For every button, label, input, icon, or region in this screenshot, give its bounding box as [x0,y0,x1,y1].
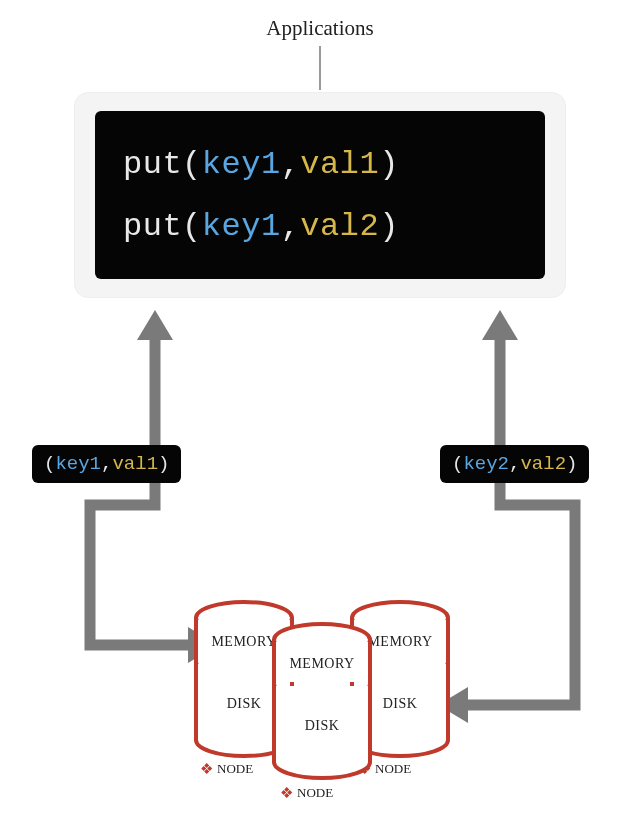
tuple-right: (key2,val2) [440,445,589,483]
memory-label: MEMORY [270,656,374,672]
svg-marker-0 [137,310,173,340]
code-line-1: put(key1,val1) [123,146,517,183]
diagram-title: Applications [266,16,373,41]
node-cluster: MEMORY DISK MEMORY DISK MEMORY DISK [192,600,452,810]
comma: , [101,453,112,475]
open-paren: ( [44,453,55,475]
key-token: key2 [463,453,509,475]
key-token: key1 [55,453,101,475]
node-text: NODE [297,785,333,801]
disk-label: DISK [270,718,374,734]
val-token: val2 [520,453,566,475]
code-panel: put(key1,val1) put(key1,val2) [95,111,545,279]
code-line-2: put(key1,val2) [123,208,517,245]
open-paren: ( [452,453,463,475]
comma: , [509,453,520,475]
val-token: val1 [112,453,158,475]
key-token: key1 [202,208,281,245]
node-text: NODE [217,761,253,777]
val-token: val1 [300,146,379,183]
close-paren: ) [158,453,169,475]
flame-icon: ❖ [200,762,213,777]
tuple-left: (key1,val1) [32,445,181,483]
node-label-2: ❖ NODE [280,785,333,801]
close-paren: ) [379,146,399,183]
svg-marker-2 [482,310,518,340]
key-token: key1 [202,146,281,183]
applications-box: put(key1,val1) put(key1,val2) [74,92,566,298]
fn-name: put [123,208,182,245]
fn-name: put [123,146,182,183]
node-cylinder-2: MEMORY DISK [270,622,374,782]
node-text: NODE [375,761,411,777]
comma: , [281,208,301,245]
val-token: val2 [300,208,379,245]
open-paren: ( [182,208,202,245]
node-label-1: ❖ NODE [200,761,253,777]
close-paren: ) [566,453,577,475]
open-paren: ( [182,146,202,183]
flame-icon: ❖ [280,786,293,801]
close-paren: ) [379,208,399,245]
comma: , [281,146,301,183]
title-connector [319,46,321,90]
